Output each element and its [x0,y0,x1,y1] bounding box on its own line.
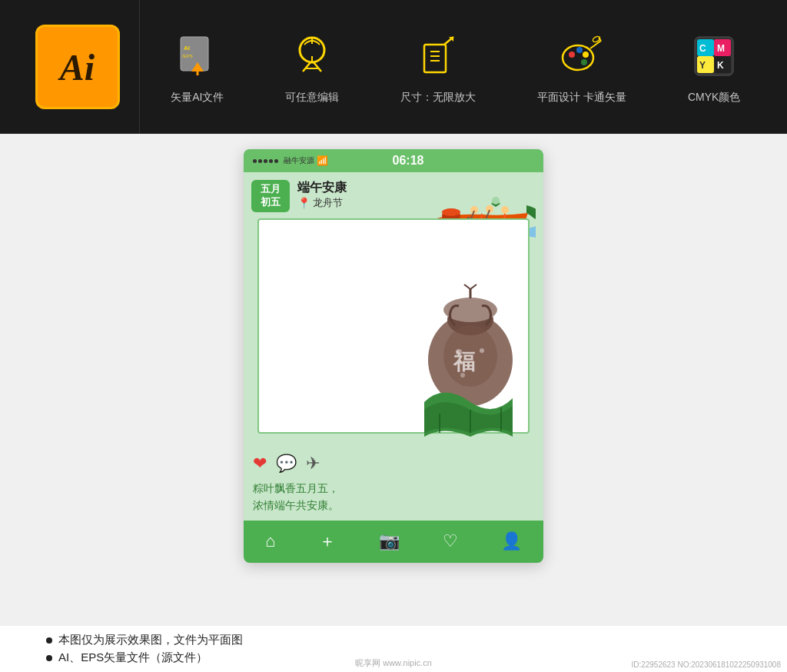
editable-label: 可任意编辑 [285,91,339,105]
editable-icon [285,29,339,83]
social-bar: ❤ 💬 ✈ [244,447,543,477]
signal-dot [253,159,257,163]
watermark: 昵享网 www.nipic.cn [355,657,432,669]
date-line1: 五月 [257,183,284,196]
svg-point-54 [460,373,465,378]
logo-area: Ai [15,0,140,134]
watermark-id: ID:22952623 NO:202306181022250931008 [631,660,781,669]
phone-mockup: 融牛安源 📶 06:18 五月 初五 端午安康 📍 龙舟节 [244,149,543,563]
svg-point-40 [501,206,509,214]
header-features: AI /EPS 矢量AI文件 可任意编辑 [140,0,772,134]
nav-heart-icon[interactable]: ♡ [443,531,458,551]
nav-profile-icon[interactable]: 👤 [501,531,522,551]
svg-point-19 [581,59,587,65]
ai-logo-box: Ai [35,25,120,109]
caption-line2: 浓情端午共安康。 [253,497,534,514]
vector-file-icon: AI /EPS [171,29,224,83]
date-badge: 五月 初五 [251,180,290,212]
nav-home-icon[interactable]: ⌂ [265,531,275,551]
zongzi-decoration-svg: 福 [401,283,532,444]
feature-flat-design: 平面设计 卡通矢量 [537,29,626,105]
nav-add-icon[interactable]: ＋ [319,530,336,553]
signal-dot [258,159,262,163]
caption-line1: 粽叶飘香五月五， [253,480,534,497]
nav-camera-icon[interactable]: 📷 [379,531,400,551]
feature-editable: 可任意编辑 [285,29,339,105]
location-pin-icon: 📍 [297,197,310,209]
comment-icon[interactable]: 💬 [276,454,297,474]
svg-point-53 [480,348,484,353]
cmyk-icon: C M Y K [687,29,741,83]
feature-vector-file: AI /EPS 矢量AI文件 [171,29,224,105]
ai-logo-text: Ai [60,46,95,88]
svg-text:Y: Y [699,60,706,71]
svg-text:AI: AI [184,45,190,52]
footer-note-2-text: AI、EPS矢量文件（源文件） [58,650,208,665]
footer-note-1: 本图仅为展示效果图，文件为平面图 [46,633,741,647]
signal-dot [274,159,278,163]
svg-line-60 [470,284,477,289]
feature-cmyk: C M Y K CMYK颜色 [687,29,741,105]
svg-point-17 [576,47,583,53]
main-content: 融牛安源 📶 06:18 五月 初五 端午安康 📍 龙舟节 [0,134,787,626]
svg-point-43 [492,197,500,205]
signal-dot [269,159,273,163]
svg-text:/EPS: /EPS [182,54,193,58]
svg-text:K: K [717,60,724,71]
svg-point-37 [442,208,460,216]
svg-rect-9 [424,45,446,72]
bottom-nav: ⌂ ＋ 📷 ♡ 👤 [244,521,543,563]
location-text: 龙舟节 [313,196,343,210]
palette-icon [555,29,609,83]
header-bar: Ai AI /EPS 矢量AI文件 [0,0,787,134]
bullet-2 [46,655,52,661]
svg-point-16 [569,52,575,58]
carrier-label: 融牛安源 [284,155,314,166]
svg-line-59 [464,284,470,289]
signal-dot [264,159,267,163]
heart-icon[interactable]: ❤ [253,454,267,474]
phone-time: 06:18 [328,154,488,168]
wifi-icon: 📶 [317,155,328,166]
svg-point-52 [456,349,462,355]
vector-file-label: 矢量AI文件 [171,91,224,105]
caption-area: 粽叶飘香五月五， 浓情端午共安康。 [244,477,543,521]
svg-text:C: C [699,43,706,54]
bullet-1 [46,637,52,644]
date-line2: 初五 [257,196,284,209]
phone-status-bar: 融牛安源 📶 06:18 [244,149,543,172]
card-header: 五月 初五 端午安康 📍 龙舟节 [251,180,536,212]
svg-text:M: M [717,43,725,54]
photo-frame: 福 [257,218,530,434]
status-left: 融牛安源 📶 [253,155,328,166]
scale-label: 尺寸：无限放大 [400,91,476,105]
share-icon[interactable]: ✈ [306,454,320,474]
feature-scalable: 尺寸：无限放大 [400,29,476,105]
svg-point-18 [583,52,589,58]
card-area: 五月 初五 端午安康 📍 龙舟节 [244,172,543,447]
svg-text:福: 福 [453,350,475,374]
watermark-site: 昵享网 www.nipic.cn [355,658,432,667]
footer-note-1-text: 本图仅为展示效果图，文件为平面图 [58,633,243,647]
scale-icon [411,29,465,83]
signal-dots [253,159,278,163]
flat-design-label: 平面设计 卡通矢量 [537,91,626,105]
cmyk-label: CMYK颜色 [688,91,740,105]
